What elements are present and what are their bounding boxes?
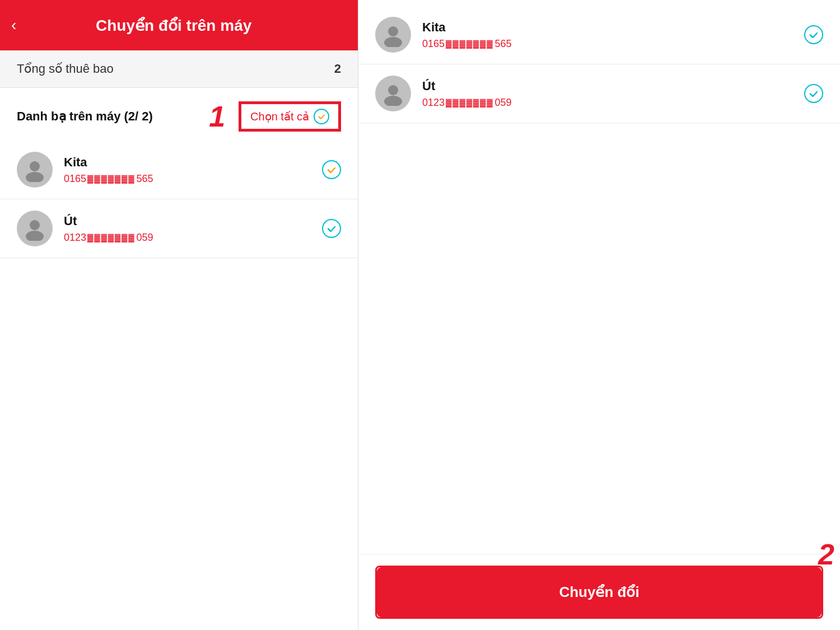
list-item[interactable]: Út 0123▓▓▓▓▓▓▓059: [0, 199, 358, 258]
select-all-button[interactable]: Chọn tất cả: [240, 103, 339, 130]
left-panel: ‹ Chuyển đổi trên máy Tổng số thuê bao 2…: [0, 0, 358, 630]
svg-point-3: [26, 231, 44, 241]
avatar: [375, 76, 411, 111]
contact-check-icon: [322, 219, 341, 238]
contact-name: Kita: [64, 155, 311, 170]
contact-name: Út: [422, 79, 793, 94]
contact-name: Kita: [422, 20, 793, 35]
phone-masked: 0123▓▓▓▓▓▓▓059: [64, 232, 153, 244]
phone-masked: 0123▓▓▓▓▓▓▓059: [422, 97, 512, 109]
contact-info: Út 0123▓▓▓▓▓▓▓059: [422, 79, 793, 109]
contact-phone: 0165▓▓▓▓▓▓▓565: [422, 38, 793, 50]
contact-phone: 0165▓▓▓▓▓▓▓565: [64, 173, 311, 185]
header: ‹ Chuyển đổi trên máy: [0, 0, 358, 50]
contact-check-icon: [322, 160, 341, 179]
convert-btn-container: 2 Chuyển đổi: [358, 554, 840, 630]
total-count: 2: [334, 62, 341, 76]
convert-button[interactable]: Chuyển đổi: [377, 567, 822, 617]
svg-point-5: [384, 37, 402, 47]
svg-point-1: [26, 172, 44, 182]
contact-list: Kita 0165▓▓▓▓▓▓▓565: [0, 141, 358, 630]
avatar: [17, 211, 53, 246]
avatar: [375, 17, 411, 53]
back-button[interactable]: ‹: [11, 16, 16, 34]
section-header: Danh bạ trên máy (2/ 2) 1 Chọn tất cả: [0, 88, 358, 141]
svg-point-0: [30, 161, 40, 171]
list-item[interactable]: Út 0123▓▓▓▓▓▓▓059: [358, 64, 840, 123]
phone-masked: 0165▓▓▓▓▓▓▓565: [422, 38, 512, 50]
avatar: [17, 152, 53, 188]
contact-info: Út 0123▓▓▓▓▓▓▓059: [64, 214, 311, 244]
select-all-label: Chọn tất cả: [250, 110, 309, 123]
contact-phone: 0123▓▓▓▓▓▓▓059: [422, 97, 793, 109]
right-panel: Kita 0165▓▓▓▓▓▓▓565: [358, 0, 840, 630]
contact-check-icon: [804, 84, 823, 103]
contact-name: Út: [64, 214, 311, 228]
total-label: Tổng số thuê bao: [17, 62, 114, 76]
right-contact-list: Kita 0165▓▓▓▓▓▓▓565: [358, 0, 840, 554]
contact-phone: 0123▓▓▓▓▓▓▓059: [64, 232, 311, 244]
svg-point-7: [384, 96, 402, 106]
contact-check-icon: [804, 25, 823, 44]
contact-info: Kita 0165▓▓▓▓▓▓▓565: [422, 20, 793, 50]
page-title: Chuyển đổi trên máy: [25, 16, 322, 35]
annotation-2: 2: [818, 538, 834, 571]
annotation-1: 1: [209, 102, 225, 131]
phone-masked: 0165▓▓▓▓▓▓▓565: [64, 173, 153, 185]
select-all-box: Chọn tất cả: [239, 101, 341, 132]
list-item[interactable]: Kita 0165▓▓▓▓▓▓▓565: [0, 141, 358, 199]
svg-point-2: [30, 220, 40, 230]
total-row: Tổng số thuê bao 2: [0, 50, 358, 88]
list-item[interactable]: Kita 0165▓▓▓▓▓▓▓565: [358, 6, 840, 64]
svg-point-4: [388, 26, 398, 36]
section-title: Danh bạ trên máy (2/ 2): [17, 109, 153, 124]
svg-point-6: [388, 85, 398, 95]
contact-info: Kita 0165▓▓▓▓▓▓▓565: [64, 155, 311, 185]
select-all-check-icon: [314, 109, 329, 124]
